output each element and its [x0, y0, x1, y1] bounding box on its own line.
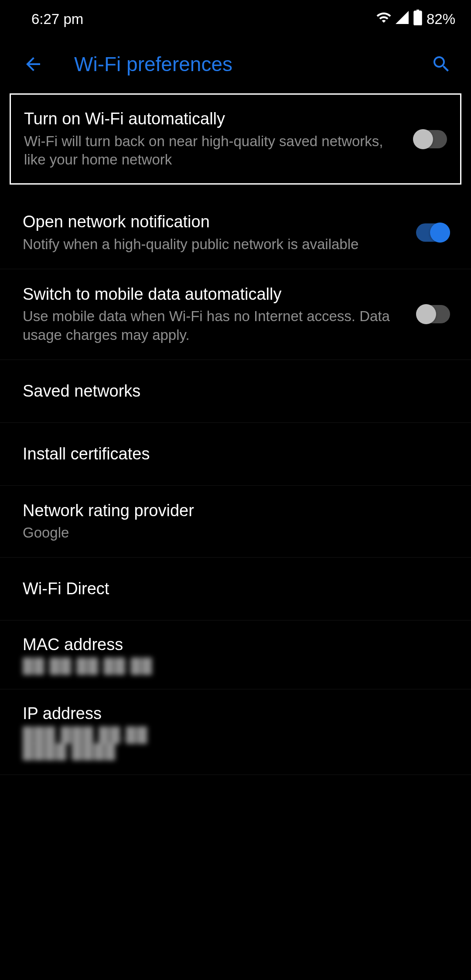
svg-rect-0	[414, 14, 422, 26]
pref-title: Switch to mobile data automatically	[23, 284, 407, 305]
search-button[interactable]	[430, 53, 453, 75]
search-icon	[431, 54, 452, 75]
pref-network-rating-provider[interactable]: Network rating provider Google	[0, 486, 471, 558]
pref-title: MAC address	[23, 635, 450, 654]
open-notify-toggle[interactable]	[416, 223, 450, 242]
ip-address-value: ███.███.██.██ ████:████	[23, 726, 148, 760]
pref-title: IP address	[23, 704, 450, 723]
pref-mac-address[interactable]: MAC address ██:██:██:██:██	[0, 620, 471, 689]
wifi-icon	[376, 10, 392, 29]
pref-mobile-data-auto[interactable]: Switch to mobile data automatically Use …	[0, 269, 471, 360]
toggle-knob	[430, 223, 450, 243]
page-title: Wi-Fi preferences	[74, 52, 430, 76]
mobile-data-toggle[interactable]	[416, 305, 450, 323]
pref-title: Saved networks	[23, 382, 450, 401]
app-header: Wi-Fi preferences	[0, 34, 471, 93]
pref-title: Wi-Fi Direct	[23, 579, 450, 598]
mac-address-value: ██:██:██:██:██	[23, 658, 153, 674]
status-bar: 6:27 pm 82%	[0, 0, 471, 34]
status-icons: 82%	[376, 10, 455, 29]
pref-auto-wifi[interactable]: Turn on Wi-Fi automatically Wi-Fi will t…	[11, 95, 460, 183]
preferences-list: Turn on Wi-Fi automatically Wi-Fi will t…	[0, 93, 471, 775]
pref-ip-address[interactable]: IP address ███.███.██.██ ████:████	[0, 689, 471, 775]
pref-subtitle: Wi-Fi will turn back on near high-qualit…	[24, 132, 404, 170]
auto-wifi-toggle[interactable]	[413, 130, 447, 148]
pref-open-network-notify[interactable]: Open network notification Notify when a …	[0, 197, 471, 269]
battery-icon	[413, 10, 423, 29]
cellular-icon	[394, 10, 410, 29]
toggle-knob	[416, 304, 436, 324]
pref-title: Network rating provider	[23, 500, 441, 521]
pref-title: Install certificates	[23, 445, 450, 463]
pref-subtitle: Use mobile data when Wi-Fi has no Intern…	[23, 307, 407, 345]
battery-percent: 82%	[427, 11, 455, 27]
pref-install-certificates[interactable]: Install certificates	[0, 423, 471, 486]
arrow-back-icon	[23, 54, 44, 75]
pref-saved-networks[interactable]: Saved networks	[0, 360, 471, 423]
highlighted-preference: Turn on Wi-Fi automatically Wi-Fi will t…	[10, 93, 461, 185]
status-time: 6:27 pm	[31, 11, 83, 27]
pref-subtitle: Google	[23, 524, 441, 542]
pref-wifi-direct[interactable]: Wi-Fi Direct	[0, 558, 471, 620]
toggle-knob	[413, 129, 433, 149]
pref-title: Turn on Wi-Fi automatically	[24, 109, 404, 130]
back-button[interactable]	[22, 53, 44, 75]
pref-title: Open network notification	[23, 212, 407, 233]
pref-subtitle: Notify when a high-quality public networ…	[23, 235, 407, 254]
